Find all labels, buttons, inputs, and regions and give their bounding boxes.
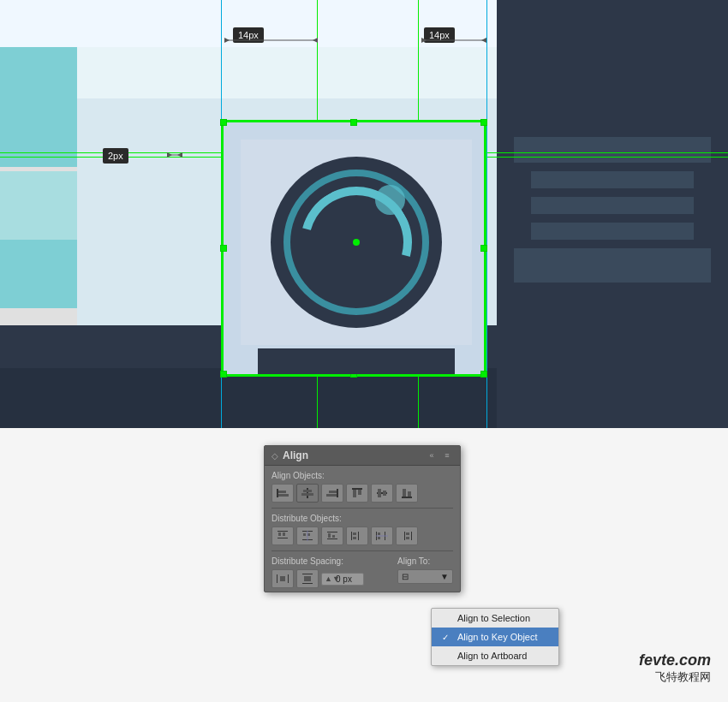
align-to-arrow: ▼ bbox=[440, 572, 449, 581]
device-center-dot bbox=[353, 239, 360, 246]
dist-bottom-icon bbox=[325, 530, 339, 542]
watermark-line1: fevte.com bbox=[639, 651, 711, 669]
dist-top-icon bbox=[276, 530, 289, 542]
panel-title-left: ◇ Align bbox=[272, 449, 308, 461]
svg-rect-42 bbox=[353, 537, 356, 539]
dropdown-label-artboard: Align to Artboard bbox=[457, 651, 527, 661]
align-to-section: Align To: ⊟ ▼ bbox=[397, 556, 453, 584]
bg-rect-3 bbox=[531, 197, 694, 214]
svg-rect-13 bbox=[303, 490, 312, 492]
svg-rect-51 bbox=[406, 537, 409, 539]
bg-dark-bottom-2 bbox=[0, 368, 497, 428]
svg-rect-11 bbox=[278, 494, 289, 497]
dist-spacing-v-button[interactable] bbox=[296, 569, 319, 588]
dropdown-item-align-to-key-object[interactable]: ✓ Align to Key Object bbox=[432, 628, 558, 646]
align-bottom-button[interactable] bbox=[396, 484, 418, 503]
align-to-dropdown[interactable]: ⊟ ▼ bbox=[397, 569, 453, 584]
bg-strip-2 bbox=[77, 47, 497, 98]
svg-rect-31 bbox=[302, 531, 313, 532]
dist-top-button[interactable] bbox=[272, 526, 294, 545]
handle-top-right[interactable] bbox=[480, 119, 487, 126]
dist-right-button[interactable] bbox=[396, 526, 418, 545]
dropdown-item-align-to-selection[interactable]: Align to Selection bbox=[432, 609, 558, 628]
svg-rect-49 bbox=[404, 532, 405, 540]
align-to-label: Align To: bbox=[397, 556, 453, 566]
svg-rect-46 bbox=[378, 537, 380, 539]
svg-rect-14 bbox=[301, 493, 313, 496]
handle-bottom-right[interactable] bbox=[480, 371, 487, 378]
dist-center-h-button[interactable] bbox=[296, 526, 319, 545]
svg-rect-32 bbox=[303, 533, 306, 536]
align-left-button[interactable] bbox=[272, 484, 294, 503]
device-notch bbox=[375, 185, 405, 215]
svg-rect-36 bbox=[327, 532, 337, 532]
dist-left-button[interactable] bbox=[346, 526, 368, 545]
dropdown-item-align-to-artboard[interactable]: Align to Artboard bbox=[432, 646, 558, 665]
svg-rect-25 bbox=[403, 489, 406, 497]
svg-rect-41 bbox=[353, 532, 356, 535]
svg-rect-28 bbox=[278, 532, 281, 536]
svg-rect-43 bbox=[358, 532, 359, 540]
svg-rect-23 bbox=[383, 491, 386, 496]
svg-rect-50 bbox=[406, 532, 409, 535]
selected-object[interactable] bbox=[221, 120, 486, 377]
align-bottom-icon bbox=[400, 487, 414, 499]
align-to-value: ⊟ bbox=[402, 572, 409, 581]
align-center-v-icon bbox=[375, 487, 389, 499]
svg-rect-38 bbox=[332, 535, 335, 538]
distribute-spacing-label: Distribute Spacing: bbox=[272, 556, 364, 566]
watermark: fevte.com 飞特教程网 bbox=[639, 651, 711, 685]
dimension-label-2px: 2px bbox=[103, 148, 128, 164]
dist-center-v-button[interactable] bbox=[371, 526, 393, 545]
bg-teal-1 bbox=[0, 47, 77, 98]
dist-spacing-h-button[interactable] bbox=[272, 569, 294, 588]
bg-rect-4 bbox=[531, 223, 694, 240]
svg-rect-40 bbox=[351, 532, 352, 540]
dist-center-h-icon bbox=[301, 530, 314, 542]
svg-rect-53 bbox=[277, 574, 277, 583]
dist-center-v-icon bbox=[375, 530, 389, 542]
align-center-h-icon bbox=[301, 487, 314, 499]
panel-title-bar: ◇ Align « ≡ bbox=[265, 446, 460, 466]
align-center-v-button[interactable] bbox=[371, 484, 393, 503]
device-drum-ring bbox=[283, 170, 429, 315]
dist-spacing-v-icon bbox=[301, 573, 314, 585]
dimension-label-14px-right: 14px bbox=[424, 27, 455, 43]
align-center-h-button[interactable] bbox=[296, 484, 319, 503]
spacing-input[interactable]: 0 px bbox=[321, 573, 364, 586]
svg-rect-35 bbox=[307, 531, 308, 541]
svg-rect-26 bbox=[408, 491, 411, 497]
dropdown-label-selection: Align to Selection bbox=[457, 613, 530, 623]
check-icon-key-object: ✓ bbox=[442, 633, 452, 642]
bg-rect-5 bbox=[514, 248, 711, 283]
svg-rect-20 bbox=[358, 490, 361, 495]
svg-rect-48 bbox=[376, 535, 388, 537]
device-body bbox=[241, 140, 472, 345]
handle-mid-left[interactable] bbox=[220, 245, 227, 252]
canvas-area: 14px 14px 2px bbox=[0, 0, 728, 428]
svg-rect-21 bbox=[377, 492, 387, 494]
align-objects-section: Align Objects: bbox=[265, 466, 460, 508]
distribute-objects-label: Distribute Objects: bbox=[272, 514, 453, 523]
handle-top-left[interactable] bbox=[220, 119, 227, 126]
watermark-line2: 飞特教程网 bbox=[639, 669, 711, 685]
svg-rect-52 bbox=[411, 532, 412, 540]
distribute-spacing-section: Distribute Spacing: bbox=[272, 556, 364, 588]
svg-rect-45 bbox=[378, 532, 380, 535]
align-right-button[interactable] bbox=[321, 484, 343, 503]
handle-mid-right[interactable] bbox=[480, 245, 487, 252]
device-drum-outer bbox=[271, 157, 442, 328]
panel-collapse-button[interactable]: « bbox=[426, 449, 438, 461]
handle-bottom-left[interactable] bbox=[220, 371, 227, 378]
align-top-icon bbox=[350, 487, 364, 499]
handle-top-center[interactable] bbox=[350, 119, 357, 126]
panel-menu-button[interactable]: ≡ bbox=[441, 449, 453, 461]
svg-rect-24 bbox=[402, 497, 412, 498]
svg-rect-29 bbox=[283, 532, 285, 536]
svg-rect-9 bbox=[277, 489, 278, 497]
svg-rect-57 bbox=[302, 583, 313, 584]
align-top-button[interactable] bbox=[346, 484, 368, 503]
panel-title-buttons: « ≡ bbox=[426, 449, 453, 461]
dist-spacing-h-icon bbox=[276, 573, 289, 585]
dist-bottom-button[interactable] bbox=[321, 526, 343, 545]
